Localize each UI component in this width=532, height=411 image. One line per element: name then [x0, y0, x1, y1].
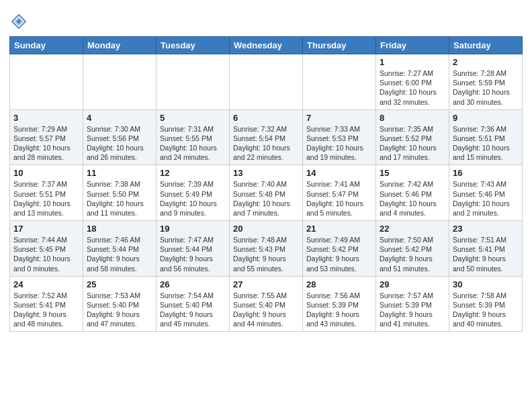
logo	[9, 11, 31, 31]
day-info: Sunrise: 7:55 AMSunset: 5:40 PMDaylight:…	[233, 291, 299, 329]
day-number: 9	[453, 113, 519, 123]
calendar-cell: 6Sunrise: 7:32 AMSunset: 5:54 PMDaylight…	[230, 109, 303, 165]
header	[9, 7, 523, 31]
day-info: Sunrise: 7:58 AMSunset: 5:39 PMDaylight:…	[453, 291, 519, 329]
day-info: Sunrise: 7:44 AMSunset: 5:45 PMDaylight:…	[13, 235, 79, 273]
calendar-cell: 4Sunrise: 7:30 AMSunset: 5:56 PMDaylight…	[83, 109, 157, 165]
calendar-cell: 20Sunrise: 7:48 AMSunset: 5:43 PMDayligh…	[230, 221, 303, 277]
calendar-cell: 1Sunrise: 7:27 AMSunset: 6:00 PMDaylight…	[376, 54, 449, 110]
day-info: Sunrise: 7:51 AMSunset: 5:41 PMDaylight:…	[453, 235, 519, 273]
day-info: Sunrise: 7:47 AMSunset: 5:44 PMDaylight:…	[160, 235, 226, 273]
day-number: 27	[233, 279, 299, 289]
day-number: 18	[87, 224, 152, 234]
calendar-cell: 26Sunrise: 7:54 AMSunset: 5:40 PMDayligh…	[157, 276, 230, 332]
calendar-cell: 5Sunrise: 7:31 AMSunset: 5:55 PMDaylight…	[157, 109, 230, 165]
calendar-cell: 22Sunrise: 7:50 AMSunset: 5:42 PMDayligh…	[376, 221, 449, 277]
day-number: 28	[306, 279, 372, 289]
day-number: 16	[453, 168, 519, 178]
col-monday: Monday	[83, 37, 157, 54]
day-info: Sunrise: 7:37 AMSunset: 5:51 PMDaylight:…	[13, 179, 79, 218]
calendar-cell: 16Sunrise: 7:43 AMSunset: 5:46 PMDayligh…	[449, 165, 523, 221]
calendar-cell: 11Sunrise: 7:38 AMSunset: 5:50 PMDayligh…	[83, 165, 157, 221]
day-number: 23	[453, 224, 519, 234]
day-info: Sunrise: 7:57 AMSunset: 5:39 PMDaylight:…	[380, 291, 445, 329]
calendar-cell: 25Sunrise: 7:53 AMSunset: 5:40 PMDayligh…	[83, 276, 157, 332]
day-info: Sunrise: 7:36 AMSunset: 5:51 PMDaylight:…	[453, 124, 519, 163]
calendar-cell: 18Sunrise: 7:46 AMSunset: 5:44 PMDayligh…	[83, 221, 157, 277]
calendar-cell	[157, 54, 230, 110]
day-number: 3	[13, 113, 79, 123]
day-number: 22	[380, 224, 445, 234]
calendar-cell: 8Sunrise: 7:35 AMSunset: 5:52 PMDaylight…	[376, 109, 449, 165]
col-tuesday: Tuesday	[157, 37, 230, 54]
calendar-table: Sunday Monday Tuesday Wednesday Thursday…	[9, 36, 523, 332]
calendar-cell: 27Sunrise: 7:55 AMSunset: 5:40 PMDayligh…	[230, 276, 303, 332]
col-friday: Friday	[376, 37, 449, 54]
calendar-cell	[10, 54, 83, 110]
calendar-cell: 30Sunrise: 7:58 AMSunset: 5:39 PMDayligh…	[449, 276, 523, 332]
calendar-cell: 12Sunrise: 7:39 AMSunset: 5:49 PMDayligh…	[157, 165, 230, 221]
col-wednesday: Wednesday	[230, 37, 303, 54]
day-info: Sunrise: 7:40 AMSunset: 5:48 PMDaylight:…	[233, 179, 299, 218]
logo-icon	[9, 12, 28, 31]
calendar-cell: 9Sunrise: 7:36 AMSunset: 5:51 PMDaylight…	[449, 109, 523, 165]
day-info: Sunrise: 7:48 AMSunset: 5:43 PMDaylight:…	[233, 235, 299, 273]
day-info: Sunrise: 7:53 AMSunset: 5:40 PMDaylight:…	[87, 291, 152, 329]
day-number: 13	[233, 168, 299, 178]
day-info: Sunrise: 7:27 AMSunset: 6:00 PMDaylight:…	[380, 68, 445, 107]
day-number: 10	[13, 168, 79, 178]
calendar-cell: 29Sunrise: 7:57 AMSunset: 5:39 PMDayligh…	[376, 276, 449, 332]
calendar-week-row: 3Sunrise: 7:29 AMSunset: 5:57 PMDaylight…	[10, 109, 523, 165]
calendar-week-row: 24Sunrise: 7:52 AMSunset: 5:41 PMDayligh…	[10, 276, 523, 332]
day-number: 4	[87, 113, 152, 123]
calendar-cell: 2Sunrise: 7:28 AMSunset: 5:59 PMDaylight…	[449, 54, 523, 110]
day-info: Sunrise: 7:32 AMSunset: 5:54 PMDaylight:…	[233, 124, 299, 163]
day-info: Sunrise: 7:31 AMSunset: 5:55 PMDaylight:…	[160, 124, 226, 163]
calendar-cell	[83, 54, 157, 110]
page: Sunday Monday Tuesday Wednesday Thursday…	[0, 0, 532, 341]
calendar-cell: 21Sunrise: 7:49 AMSunset: 5:42 PMDayligh…	[303, 221, 376, 277]
day-number: 26	[160, 279, 226, 289]
day-number: 7	[306, 113, 372, 123]
calendar-cell: 24Sunrise: 7:52 AMSunset: 5:41 PMDayligh…	[10, 276, 83, 332]
day-number: 29	[380, 279, 445, 289]
calendar-cell: 7Sunrise: 7:33 AMSunset: 5:53 PMDaylight…	[303, 109, 376, 165]
day-info: Sunrise: 7:38 AMSunset: 5:50 PMDaylight:…	[87, 179, 152, 218]
day-number: 24	[13, 279, 79, 289]
day-info: Sunrise: 7:50 AMSunset: 5:42 PMDaylight:…	[380, 235, 445, 273]
day-number: 21	[306, 224, 372, 234]
day-info: Sunrise: 7:54 AMSunset: 5:40 PMDaylight:…	[160, 291, 226, 329]
day-info: Sunrise: 7:52 AMSunset: 5:41 PMDaylight:…	[13, 291, 79, 329]
day-info: Sunrise: 7:46 AMSunset: 5:44 PMDaylight:…	[87, 235, 152, 273]
calendar-cell: 3Sunrise: 7:29 AMSunset: 5:57 PMDaylight…	[10, 109, 83, 165]
calendar-header-row: Sunday Monday Tuesday Wednesday Thursday…	[10, 37, 523, 54]
day-number: 12	[160, 168, 226, 178]
day-number: 25	[87, 279, 152, 289]
day-info: Sunrise: 7:39 AMSunset: 5:49 PMDaylight:…	[160, 179, 226, 218]
day-info: Sunrise: 7:35 AMSunset: 5:52 PMDaylight:…	[380, 124, 445, 163]
day-info: Sunrise: 7:28 AMSunset: 5:59 PMDaylight:…	[453, 68, 519, 107]
calendar-cell: 14Sunrise: 7:41 AMSunset: 5:47 PMDayligh…	[303, 165, 376, 221]
day-number: 1	[380, 57, 445, 67]
day-info: Sunrise: 7:33 AMSunset: 5:53 PMDaylight:…	[306, 124, 372, 163]
calendar-cell	[230, 54, 303, 110]
day-number: 11	[87, 168, 152, 178]
calendar-cell: 15Sunrise: 7:42 AMSunset: 5:46 PMDayligh…	[376, 165, 449, 221]
day-info: Sunrise: 7:41 AMSunset: 5:47 PMDaylight:…	[306, 179, 372, 218]
day-info: Sunrise: 7:29 AMSunset: 5:57 PMDaylight:…	[13, 124, 79, 163]
day-info: Sunrise: 7:30 AMSunset: 5:56 PMDaylight:…	[87, 124, 152, 163]
day-number: 20	[233, 224, 299, 234]
calendar-week-row: 10Sunrise: 7:37 AMSunset: 5:51 PMDayligh…	[10, 165, 523, 221]
day-info: Sunrise: 7:56 AMSunset: 5:39 PMDaylight:…	[306, 291, 372, 329]
calendar-cell: 17Sunrise: 7:44 AMSunset: 5:45 PMDayligh…	[10, 221, 83, 277]
day-number: 19	[160, 224, 226, 234]
calendar-week-row: 17Sunrise: 7:44 AMSunset: 5:45 PMDayligh…	[10, 221, 523, 277]
day-number: 14	[306, 168, 372, 178]
day-number: 6	[233, 113, 299, 123]
day-number: 8	[380, 113, 445, 123]
day-number: 2	[453, 57, 519, 67]
col-saturday: Saturday	[449, 37, 523, 54]
day-number: 5	[160, 113, 226, 123]
calendar-cell	[303, 54, 376, 110]
col-thursday: Thursday	[303, 37, 376, 54]
